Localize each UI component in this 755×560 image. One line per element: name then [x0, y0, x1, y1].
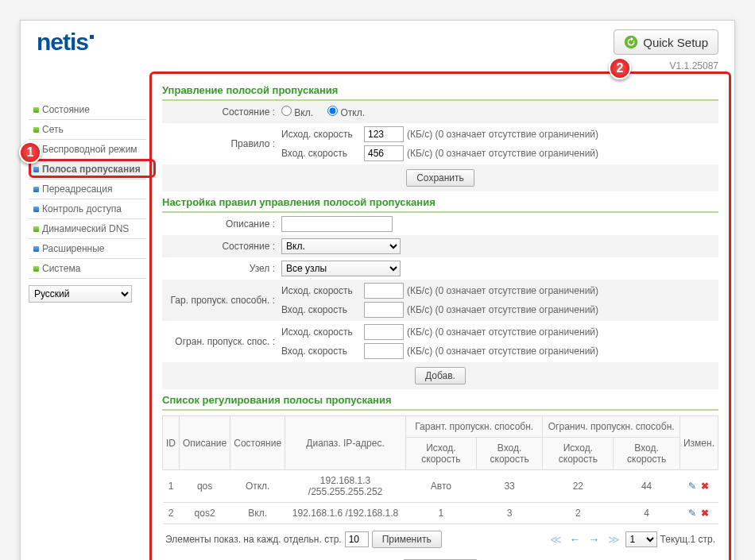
- sidebar-item-label: Контроль доступа: [42, 203, 122, 214]
- table-row: 2qos2Вкл.192.168.1.6 /192.168.1.81324 ✎✖: [163, 503, 718, 524]
- sidebar: Состояние Сеть Беспроводной режим Полоса…: [29, 76, 146, 560]
- sidebar-item-label: Беспроводной режим: [42, 144, 137, 155]
- status-on-radio[interactable]: Вкл.: [281, 106, 313, 118]
- add-button[interactable]: Добав.: [415, 367, 466, 384]
- sidebar-item-label: Переадресация: [42, 183, 112, 195]
- page-first-icon[interactable]: ≪: [548, 533, 564, 546]
- guar-in-input[interactable]: [364, 302, 404, 318]
- guar-label: Гар. пропуск. способн. :: [162, 295, 281, 306]
- sidebar-item-label: Динамический DNS: [42, 223, 129, 234]
- status-off-radio[interactable]: Откл.: [327, 106, 365, 118]
- lim-in-label: Вход. скорость: [281, 346, 361, 357]
- hint-text: (КБ/с) (0 означает отсутствие ограничени…: [407, 346, 598, 357]
- guar-in-label: Вход. скорость: [281, 304, 361, 315]
- in-speed-input[interactable]: [364, 145, 404, 161]
- th-id: ID: [163, 416, 180, 470]
- edit-icon[interactable]: ✎: [688, 508, 696, 519]
- bullet-icon: [33, 187, 39, 192]
- per-page-input[interactable]: [345, 531, 369, 547]
- status-label: Состояние :: [162, 106, 281, 118]
- rule-status-select[interactable]: Вкл.: [281, 238, 401, 254]
- th-g-in: Вход. скорость: [476, 438, 543, 470]
- bullet-icon: [33, 127, 39, 133]
- marker-1: 1: [19, 141, 41, 164]
- page-next-icon[interactable]: →: [587, 533, 602, 546]
- bullet-icon: [33, 167, 39, 172]
- per-page-label: Элементы показ. на кажд. отдельн. стр.: [165, 534, 342, 545]
- sidebar-item-label: Полоса пропускания: [42, 164, 141, 175]
- quick-setup-button[interactable]: Quick Setup: [614, 29, 718, 55]
- section3-title: Список регулирования полосы пропускания: [162, 389, 718, 411]
- sidebar-item-access[interactable]: Контроль доступа: [29, 199, 146, 219]
- th-g-out: Исход. скорость: [405, 438, 476, 470]
- hint-text: (КБ/с) (0 означает отсутствие ограничени…: [407, 129, 598, 140]
- hint-text: (КБ/с) (0 означает отсутствие ограничени…: [407, 304, 598, 315]
- sidebar-item-label: Система: [42, 263, 80, 274]
- lim-in-input[interactable]: [364, 343, 404, 359]
- page-last-icon[interactable]: ≫: [606, 533, 622, 546]
- th-limit: Огранич. пропускн. способн.: [543, 416, 680, 438]
- table-row: 1qosОткл.192.168.1.3 /255.255.255.252Авт…: [163, 470, 718, 503]
- save-button[interactable]: Сохранить: [406, 169, 474, 187]
- page-prev-icon[interactable]: ←: [567, 533, 583, 546]
- bullet-icon: [33, 246, 39, 252]
- out-speed-input[interactable]: [364, 126, 404, 142]
- hint-text: (КБ/с) (0 означает отсутствие ограничени…: [407, 326, 598, 338]
- bullet-icon: [33, 107, 39, 113]
- lim-out-input[interactable]: [364, 324, 404, 340]
- th-guar: Гарант. пропускн. способн.: [405, 416, 543, 438]
- apply-button[interactable]: Применить: [372, 531, 442, 548]
- refresh-icon: [624, 35, 638, 49]
- hint-text: (КБ/с) (0 означает отсутствие ограничени…: [407, 285, 598, 296]
- lim-out-label: Исход. скорость: [281, 326, 361, 338]
- section2-title: Настройка правил управления полосой проп…: [162, 191, 718, 213]
- page-select[interactable]: 1: [625, 531, 657, 547]
- section1-title: Управление полосой пропускания: [162, 79, 718, 101]
- th-l-in: Вход. скорость: [614, 438, 680, 470]
- language-select[interactable]: Русский: [29, 285, 132, 303]
- sidebar-item-network[interactable]: Сеть: [29, 120, 146, 140]
- th-desc: Описание: [180, 416, 230, 470]
- edit-icon[interactable]: ✎: [688, 481, 696, 492]
- limit-label: Огран. пропуск. спос. :: [162, 336, 281, 347]
- node-label: Узел :: [162, 263, 281, 274]
- quick-setup-label: Quick Setup: [643, 36, 708, 49]
- th-edit: Измен.: [680, 416, 718, 470]
- out-speed-label: Исход. скорость: [281, 129, 361, 140]
- th-state: Состояние: [230, 416, 285, 470]
- delete-icon[interactable]: ✖: [701, 481, 709, 492]
- sidebar-item-wireless[interactable]: Беспроводной режим: [29, 140, 146, 160]
- sidebar-item-label: Сеть: [42, 124, 64, 135]
- delete-icon[interactable]: ✖: [701, 508, 709, 519]
- node-select[interactable]: Все узлы: [281, 261, 401, 276]
- guar-out-label: Исход. скорость: [281, 285, 361, 296]
- sidebar-item-label: Состояние: [42, 104, 90, 115]
- guar-out-input[interactable]: [364, 283, 404, 299]
- bullet-icon: [33, 266, 39, 272]
- marker-2: 2: [609, 57, 631, 79]
- bullet-icon: [33, 207, 39, 212]
- th-l-out: Исход. скорость: [543, 438, 614, 470]
- sidebar-item-forwarding[interactable]: Переадресация: [29, 180, 146, 199]
- sidebar-item-system[interactable]: Система: [29, 259, 146, 279]
- sidebar-item-bandwidth[interactable]: Полоса пропускания: [29, 160, 146, 180]
- bullet-icon: [33, 226, 39, 232]
- hint-text: (КБ/с) (0 означает отсутствие ограничени…: [407, 148, 598, 159]
- rule-status-label: Состояние :: [162, 241, 281, 252]
- bandwidth-table: ID Описание Состояние Диапаз. IP-адрес. …: [162, 415, 718, 524]
- sidebar-item-advanced[interactable]: Расширенные: [29, 239, 146, 259]
- sidebar-item-ddns[interactable]: Динамический DNS: [29, 219, 146, 239]
- th-range: Диапаз. IP-адрес.: [285, 416, 406, 470]
- sidebar-item-label: Расширенные: [42, 243, 105, 254]
- in-speed-label: Вход. скорость: [281, 148, 361, 159]
- desc-input[interactable]: [281, 216, 393, 232]
- logo: netis: [37, 29, 94, 56]
- sidebar-item-status[interactable]: Состояние: [29, 100, 146, 120]
- rule-label: Правило :: [162, 138, 281, 149]
- page-text: Текущ.1 стр.: [660, 534, 715, 545]
- desc-label: Описание :: [162, 218, 281, 230]
